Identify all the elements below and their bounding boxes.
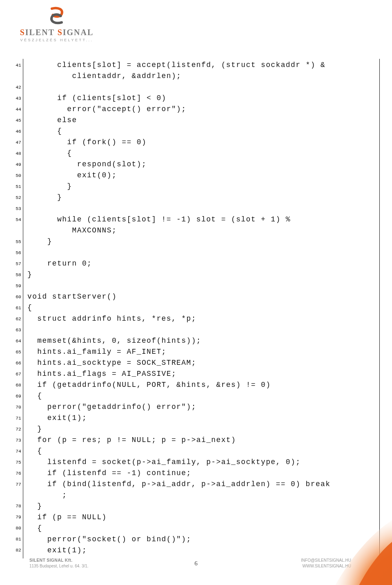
line-number: 48 — [12, 148, 21, 159]
code-line: } — [27, 236, 376, 247]
code-line: exit(0); — [27, 170, 376, 181]
code-line: error("accept() error"); — [27, 104, 376, 115]
code-line: { — [27, 126, 376, 137]
line-number: 43 — [12, 93, 21, 104]
line-number: 62 — [12, 313, 21, 324]
line-number: 63 — [12, 324, 21, 335]
code-line: memset(&hints, 0, sizeof(hints)); — [27, 335, 376, 346]
logo-type: SILENT SIGNAL — [14, 28, 100, 37]
line-number: 78 — [12, 500, 21, 511]
code-line: void startServer() — [27, 291, 376, 302]
logo-letter-s2: S — [58, 28, 63, 37]
code-line: { — [27, 446, 376, 457]
line-number: 47 — [12, 137, 21, 148]
code-line: if (listenfd == -1) continue; — [27, 468, 376, 479]
line-number: 74 — [12, 446, 21, 457]
code-line: { — [27, 302, 376, 313]
line-number: 53 — [12, 203, 21, 214]
line-number: 56 — [12, 247, 21, 258]
line-number: 45 — [12, 115, 21, 126]
code-line: hints.ai_flags = AI_PASSIVE; — [27, 368, 376, 380]
code-line — [27, 82, 376, 93]
line-number: 66 — [12, 357, 21, 368]
line-number: 81 — [12, 534, 21, 545]
line-number: 73 — [12, 435, 21, 446]
line-number: 72 — [12, 424, 21, 435]
line-number — [12, 490, 21, 501]
code-line: while (clients[slot] != -1) slot = (slot… — [27, 214, 376, 225]
line-number: 68 — [12, 380, 21, 391]
code-line: MAXCONNS; — [27, 225, 376, 236]
line-number: 60 — [12, 291, 21, 302]
line-number: 71 — [12, 413, 21, 424]
code-line: { — [27, 148, 376, 159]
line-number: 65 — [12, 346, 21, 357]
line-number: 76 — [12, 468, 21, 479]
line-number — [12, 71, 21, 82]
line-number: 82 — [12, 545, 21, 556]
line-number — [12, 225, 21, 236]
code-line: } — [27, 181, 376, 192]
line-number: 57 — [12, 258, 21, 269]
code-line: respond(slot); — [27, 159, 376, 170]
logo: SILENT SIGNAL VÉSZJELZÉS HELYETT... — [14, 6, 100, 42]
line-number: 64 — [12, 335, 21, 346]
code-box: clients[slot] = accept(listenfd, (struct… — [23, 59, 380, 558]
line-number: 54 — [12, 214, 21, 225]
code-line: return 0; — [27, 258, 376, 269]
line-number: 42 — [12, 82, 21, 93]
line-number: 69 — [12, 391, 21, 402]
code-line: struct addrinfo hints, *res, *p; — [27, 313, 376, 324]
line-number: 61 — [12, 302, 21, 313]
logo-word-ignal: IGNAL — [63, 28, 94, 37]
code-line: } — [27, 424, 376, 435]
code-line: perror("getaddrinfo() error"); — [27, 402, 376, 413]
corner-flare — [302, 495, 392, 585]
logo-mark — [14, 6, 100, 25]
line-number: 50 — [12, 170, 21, 181]
line-number: 79 — [12, 511, 21, 522]
code-line — [27, 203, 376, 214]
line-number: 44 — [12, 104, 21, 115]
code-line: clients[slot] = accept(listenfd, (struct… — [27, 60, 376, 71]
line-number: 70 — [12, 402, 21, 413]
code-line: if (bind(listenfd, p->ai_addr, p->ai_add… — [27, 479, 376, 490]
code-line: if (getaddrinfo(NULL, PORT, &hints, &res… — [27, 380, 376, 391]
line-number: 77 — [12, 479, 21, 490]
logo-tagline: VÉSZJELZÉS HELYETT... — [14, 38, 100, 42]
line-number: 59 — [12, 280, 21, 291]
line-number: 51 — [12, 181, 21, 192]
logo-letter-s1: S — [20, 28, 25, 37]
line-number: 55 — [12, 236, 21, 247]
line-number: 46 — [12, 126, 21, 137]
line-number-gutter: 4142434445464748495051525354555657585960… — [12, 59, 23, 558]
code-line: listenfd = socket(p->ai_family, p->ai_so… — [27, 457, 376, 468]
logo-s-icon — [45, 6, 69, 25]
code-line: if (fork() == 0) — [27, 137, 376, 148]
line-number: 49 — [12, 159, 21, 170]
code-line: for (p = res; p != NULL; p = p->ai_next) — [27, 435, 376, 446]
line-number: 41 — [12, 60, 21, 71]
code-line: } — [27, 269, 376, 280]
line-number: 67 — [12, 368, 21, 380]
line-number: 52 — [12, 192, 21, 203]
code-line: hints.ai_socktype = SOCK_STREAM; — [27, 357, 376, 368]
code-line — [27, 324, 376, 335]
code-line: exit(1); — [27, 413, 376, 424]
line-number: 75 — [12, 457, 21, 468]
code-line — [27, 280, 376, 291]
logo-word-ilent: ILENT — [25, 28, 58, 37]
code-line: else — [27, 115, 376, 126]
line-number: 58 — [12, 269, 21, 280]
code-line: if (clients[slot] < 0) — [27, 93, 376, 104]
code-line: } — [27, 192, 376, 203]
code-line: clientaddr, &addrlen); — [27, 71, 376, 82]
code-line: hints.ai_family = AF_INET; — [27, 346, 376, 357]
line-number: 80 — [12, 522, 21, 534]
code-line: { — [27, 391, 376, 402]
code-line — [27, 247, 376, 258]
code-listing: 4142434445464748495051525354555657585960… — [12, 59, 380, 558]
